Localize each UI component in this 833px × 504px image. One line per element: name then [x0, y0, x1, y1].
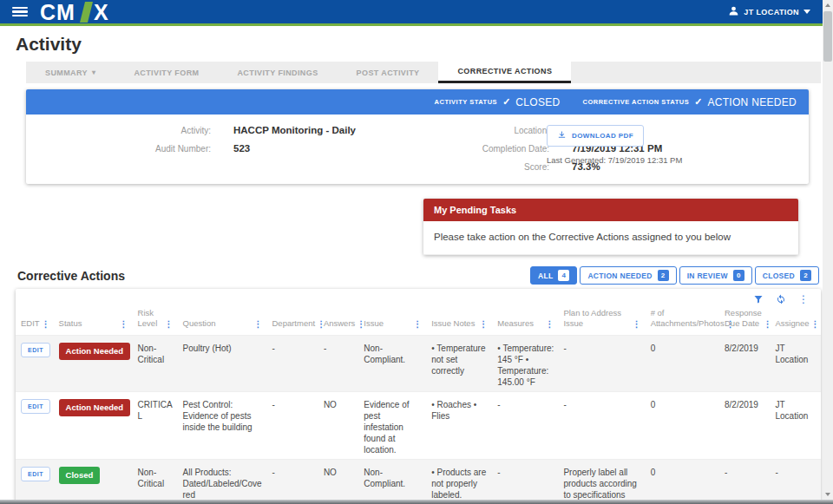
column-label: Issue: [364, 318, 384, 329]
cell-issue: Evidence of pest infestation found at lo…: [358, 391, 426, 459]
download-pdf-button[interactable]: DOWNLOAD PDF: [547, 125, 644, 147]
tab-activity-findings[interactable]: ACTIVITY FINDINGS: [218, 62, 337, 83]
cell-issue: Non-Compliant.: [358, 335, 426, 391]
cell-department: -: [267, 459, 318, 504]
menu-icon[interactable]: [12, 7, 28, 17]
table-row: EDITClosedNon-CriticalAll Products: Date…: [16, 459, 821, 504]
cell-measures: -: [492, 391, 558, 459]
column-menu-icon[interactable]: ⋮: [254, 320, 263, 329]
filter-all-button[interactable]: ALL4: [530, 266, 577, 285]
tab-post-activity[interactable]: POST ACTIVITY: [338, 62, 439, 83]
tab-summary[interactable]: SUMMARY▾: [26, 62, 115, 83]
user-menu[interactable]: JT LOCATION: [728, 4, 810, 20]
cell-plan-to-address-issue: -: [558, 335, 645, 391]
tab-activity-form[interactable]: ACTIVITY FORM: [115, 62, 218, 83]
edit-button[interactable]: EDIT: [21, 399, 50, 414]
top-navbar: CM X JT LOCATION: [0, 0, 833, 26]
filter-icon[interactable]: [753, 294, 764, 306]
cell-of-attachments-photos: 0: [646, 391, 719, 459]
cell-question: All Products: Dated/Labeled/Covered: [178, 459, 267, 504]
column-header-edit: EDIT⋮: [16, 306, 54, 335]
column-header-department: Department⋮: [267, 306, 318, 335]
column-menu-icon[interactable]: ⋮: [42, 320, 50, 329]
column-header-of-attachments-photos: # of Attachments/Photos⋮: [646, 306, 719, 335]
column-label: # of Attachments/Photos: [651, 308, 725, 329]
column-label: Risk Level: [138, 308, 163, 329]
activity-fields: Activity: HACCP Monitoring - Daily Locat…: [38, 125, 797, 172]
last-generated-text: Last Generated: 7/19/2019 12:31 PM: [547, 155, 682, 165]
column-label: Answers: [324, 318, 355, 329]
filter-count-badge: 2: [658, 270, 669, 281]
scroll-down-icon[interactable]: [823, 489, 833, 500]
cell-edit: EDIT: [16, 391, 54, 459]
cell-response-due-date: 8/2/2019: [719, 335, 770, 391]
column-label: Question: [183, 318, 216, 329]
column-label: Assignee: [775, 318, 809, 329]
cell-assignee: -: [770, 459, 821, 504]
activity-status-bar: ACTIVITY STATUS ✓ CLOSED CORRECTIVE ACTI…: [26, 89, 809, 115]
cell-department: -: [267, 391, 318, 459]
more-options-icon[interactable]: ⋮: [798, 294, 809, 306]
corrective-actions-card: ⋮ EDIT⋮Status⋮Risk Level⋮Question⋮Depart…: [16, 289, 821, 504]
pending-tasks-message: Please take action on the Corrective Act…: [423, 221, 798, 255]
cell-issue-notes: • Temperature not set correctly: [426, 335, 492, 391]
cell-of-attachments-photos: 0: [646, 459, 719, 504]
pending-tasks-card: My Pending Tasks Please take action on t…: [423, 199, 798, 255]
activity-status: ACTIVITY STATUS ✓ CLOSED: [435, 96, 561, 108]
column-header-issue-notes: Issue Notes⋮: [426, 306, 492, 335]
audit-number-value: 523: [233, 143, 455, 154]
filter-label: ALL: [538, 272, 553, 280]
column-menu-icon[interactable]: ⋮: [633, 320, 641, 329]
column-menu-icon[interactable]: ⋮: [545, 320, 554, 329]
table-row: EDITAction NeededCRITICALPest Control: E…: [16, 391, 821, 459]
cell-answers: NO: [318, 459, 358, 504]
cell-question: Poultry (Hot): [178, 335, 267, 391]
cell-response-due-date: -: [719, 459, 770, 504]
column-header-assignee: Assignee⋮: [770, 306, 821, 335]
scroll-up-icon[interactable]: [823, 0, 833, 10]
refresh-icon[interactable]: [776, 294, 786, 306]
filter-closed-button[interactable]: CLOSED2: [755, 266, 819, 285]
filter-count-badge: 4: [558, 270, 569, 281]
tab-label: ACTIVITY FINDINGS: [237, 69, 318, 77]
column-menu-icon[interactable]: ⋮: [120, 320, 128, 329]
cell-assignee: JT Location: [770, 391, 821, 459]
scrollbar-thumb[interactable]: [823, 11, 832, 62]
column-label: Plan to Address Issue: [563, 308, 630, 329]
status-badge: Action Needed: [59, 343, 131, 360]
download-pdf-label: DOWNLOAD PDF: [572, 132, 633, 140]
column-menu-icon[interactable]: ⋮: [764, 320, 772, 329]
tab-label: CORRECTIVE ACTIONS: [457, 67, 552, 75]
svg-text:CM: CM: [40, 1, 75, 23]
status-filter-group: ALL4ACTION NEEDED2IN REVIEW0CLOSED2: [530, 266, 819, 285]
tab-label: POST ACTIVITY: [357, 69, 420, 77]
table-row: EDITAction NeededNon-CriticalPoultry (Ho…: [16, 335, 821, 391]
check-icon: ✓: [502, 96, 510, 108]
cell-measures: -: [492, 459, 558, 504]
cell-risk-level: CRITICAL: [133, 391, 178, 459]
tab-corrective-actions[interactable]: CORRECTIVE ACTIONS: [438, 62, 571, 83]
audit-number-label: Audit Number:: [38, 143, 233, 154]
filter-in-review-button[interactable]: IN REVIEW0: [679, 266, 752, 285]
cell-status: Action Needed: [54, 391, 133, 459]
filter-action-needed-button[interactable]: ACTION NEEDED2: [580, 266, 676, 285]
activity-status-label: ACTIVITY STATUS: [435, 98, 498, 106]
column-menu-icon[interactable]: ⋮: [165, 320, 174, 329]
cmx-logo: CM X: [40, 1, 123, 23]
page-title: Activity: [16, 34, 833, 55]
activity-status-value: CLOSED: [515, 96, 560, 108]
cell-question: Pest Control: Evidence of pests inside t…: [178, 391, 267, 459]
column-menu-icon[interactable]: ⋮: [479, 320, 488, 329]
corrective-status-label: CORRECTIVE ACTION STATUS: [583, 98, 690, 106]
column-header-question: Question⋮: [178, 306, 267, 335]
filter-label: CLOSED: [763, 272, 795, 280]
vertical-scrollbar[interactable]: [823, 0, 833, 500]
column-menu-icon[interactable]: ⋮: [413, 320, 422, 329]
edit-button[interactable]: EDIT: [21, 467, 50, 481]
filter-count-badge: 0: [733, 270, 744, 281]
edit-button[interactable]: EDIT: [21, 343, 50, 357]
column-header-answers: Answers⋮: [318, 306, 358, 335]
cell-risk-level: Non-Critical: [133, 459, 178, 504]
cell-measures: • Temperature: 145 °F • Temperature: 145…: [492, 335, 558, 391]
column-menu-icon[interactable]: ⋮: [811, 320, 820, 329]
